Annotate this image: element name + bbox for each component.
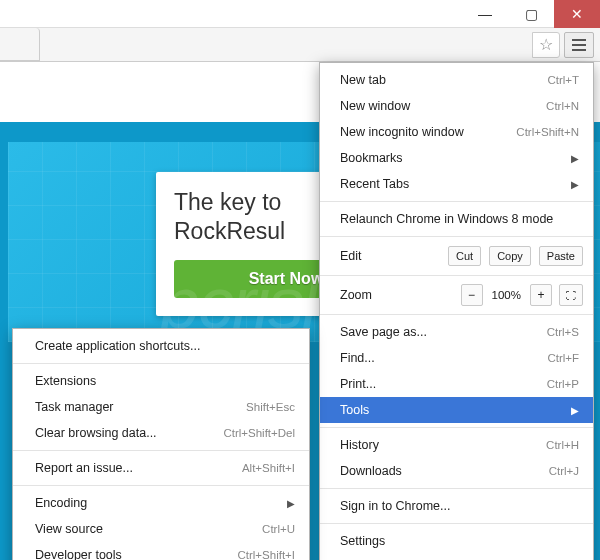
maximize-button[interactable]: ▢ <box>508 0 554 28</box>
menu-separator <box>320 523 593 524</box>
menu-about[interactable]: About Google Chrome <box>320 554 593 560</box>
zoom-out-button[interactable]: − <box>461 284 483 306</box>
menu-print[interactable]: Print...Ctrl+P <box>320 371 593 397</box>
chevron-right-icon: ▶ <box>571 179 579 190</box>
menu-separator <box>320 488 593 489</box>
copy-button[interactable]: Copy <box>489 246 531 266</box>
menu-separator <box>320 314 593 315</box>
submenu-encoding[interactable]: Encoding▶ <box>13 490 309 516</box>
chevron-right-icon: ▶ <box>571 153 579 164</box>
menu-new-tab[interactable]: New tabCtrl+T <box>320 67 593 93</box>
menu-find[interactable]: Find...Ctrl+F <box>320 345 593 371</box>
menu-downloads[interactable]: DownloadsCtrl+J <box>320 458 593 484</box>
menu-bookmarks[interactable]: Bookmarks▶ <box>320 145 593 171</box>
chrome-menu-button[interactable] <box>564 32 594 58</box>
menu-incognito[interactable]: New incognito windowCtrl+Shift+N <box>320 119 593 145</box>
menu-separator <box>320 275 593 276</box>
menu-separator <box>13 485 309 486</box>
close-button[interactable]: ✕ <box>554 0 600 28</box>
menu-separator <box>320 201 593 202</box>
menu-separator <box>320 427 593 428</box>
chevron-right-icon: ▶ <box>287 498 295 509</box>
browser-toolbar: ☆ <box>0 28 600 62</box>
chevron-right-icon: ▶ <box>571 405 579 416</box>
fullscreen-button[interactable]: ⛶ <box>559 284 583 306</box>
submenu-report-issue[interactable]: Report an issue...Alt+Shift+I <box>13 455 309 481</box>
menu-recent-tabs[interactable]: Recent Tabs▶ <box>320 171 593 197</box>
menu-zoom-row: Zoom − 100% + ⛶ <box>320 280 593 310</box>
menu-new-window[interactable]: New windowCtrl+N <box>320 93 593 119</box>
window-titlebar: — ▢ ✕ <box>0 0 600 28</box>
tab-stub[interactable] <box>0 28 40 61</box>
menu-separator <box>13 450 309 451</box>
submenu-create-shortcuts[interactable]: Create application shortcuts... <box>13 333 309 359</box>
submenu-extensions[interactable]: Extensions <box>13 368 309 394</box>
menu-relaunch-win8[interactable]: Relaunch Chrome in Windows 8 mode <box>320 206 593 232</box>
submenu-task-manager[interactable]: Task managerShift+Esc <box>13 394 309 420</box>
zoom-value: 100% <box>487 289 526 301</box>
submenu-view-source[interactable]: View sourceCtrl+U <box>13 516 309 542</box>
menu-save-page[interactable]: Save page as...Ctrl+S <box>320 319 593 345</box>
menu-zoom-label: Zoom <box>340 288 457 302</box>
menu-history[interactable]: HistoryCtrl+H <box>320 432 593 458</box>
minimize-button[interactable]: — <box>462 0 508 28</box>
zoom-in-button[interactable]: + <box>530 284 552 306</box>
tools-submenu: Create application shortcuts... Extensio… <box>12 328 310 560</box>
menu-separator <box>13 363 309 364</box>
menu-edit-row: Edit Cut Copy Paste <box>320 241 593 271</box>
menu-tools[interactable]: Tools▶ <box>320 397 593 423</box>
bookmark-star-icon[interactable]: ☆ <box>532 32 560 58</box>
chrome-main-menu: New tabCtrl+T New windowCtrl+N New incog… <box>319 62 594 560</box>
paste-button[interactable]: Paste <box>539 246 583 266</box>
menu-sign-in[interactable]: Sign in to Chrome... <box>320 493 593 519</box>
menu-settings[interactable]: Settings <box>320 528 593 554</box>
submenu-clear-browsing-data[interactable]: Clear browsing data...Ctrl+Shift+Del <box>13 420 309 446</box>
menu-edit-label: Edit <box>340 249 440 263</box>
submenu-developer-tools[interactable]: Developer toolsCtrl+Shift+I <box>13 542 309 560</box>
cut-button[interactable]: Cut <box>448 246 481 266</box>
menu-separator <box>320 236 593 237</box>
